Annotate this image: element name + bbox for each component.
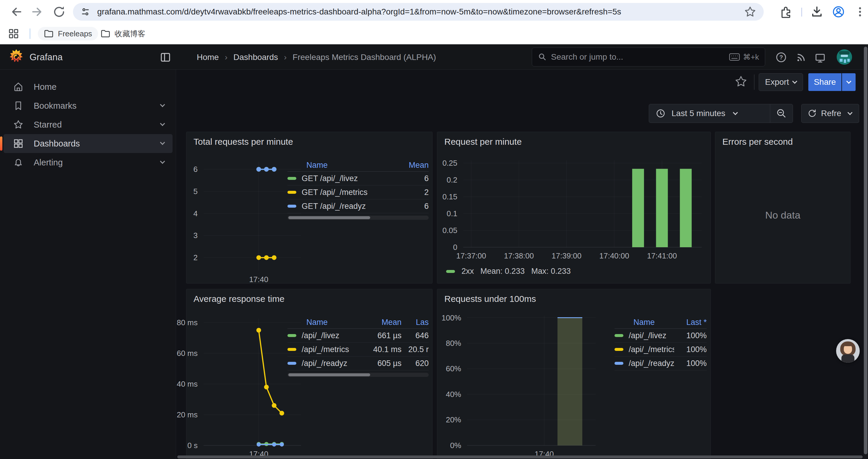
breadcrumb-current: Freeleaps Metrics Dashboard (ALPHA) <box>292 53 436 62</box>
legend-row[interactable]: /api/_/metrics 100% <box>615 342 707 357</box>
assistant-avatar-button[interactable] <box>836 339 860 363</box>
vertical-scrollbar <box>863 44 868 459</box>
series-color-pill <box>446 270 455 273</box>
share-button[interactable]: Share <box>808 73 841 91</box>
x-axis-tick: 17:40:00 <box>591 251 638 261</box>
time-range-picker[interactable]: Last 5 minutes <box>672 109 725 118</box>
legend-row[interactable]: /api/_/livez 100% <box>615 329 707 342</box>
legend-row[interactable]: /api/_/metrics 40.1 ms 20.5 r <box>287 342 429 357</box>
display-mode-icon[interactable] <box>814 52 826 64</box>
bookmark-folder-label: 收藏博客 <box>115 29 145 39</box>
time-range-group: Last 5 minutes <box>649 104 793 123</box>
legend-scrollbar[interactable] <box>287 216 429 220</box>
legend-header: Name Last * <box>615 316 707 329</box>
home-icon <box>13 81 24 92</box>
active-accent-bar <box>0 136 2 151</box>
export-label: Export <box>765 77 789 87</box>
news-rss-icon[interactable] <box>795 52 807 63</box>
avatar-body <box>841 355 855 363</box>
bell-icon <box>13 157 24 168</box>
legend-mean: Mean: 0.233 <box>480 267 525 276</box>
y-axis-tick: 100% <box>417 314 461 323</box>
series-color-pill <box>287 362 296 365</box>
favorite-dashboard-icon[interactable] <box>735 75 747 88</box>
browser-back-icon[interactable] <box>9 5 23 19</box>
mega-menu-sidebar: Home Bookmarks Starred Dashboards Alerti… <box>0 70 176 459</box>
extensions-icon[interactable] <box>778 5 793 19</box>
legend-table: Name Last * /api/_/livez 100% /api/_/met… <box>615 316 707 370</box>
average-response-time-chart[interactable]: 80 ms60 ms40 ms20 ms0 s17:40 <box>204 319 301 446</box>
sidebar-item-label: Dashboards <box>34 139 80 149</box>
total-requests-chart[interactable]: 6543217:40 <box>204 162 301 271</box>
user-avatar[interactable] <box>837 49 852 65</box>
browser-reload-icon[interactable] <box>52 5 66 19</box>
legend-row[interactable]: /api/_/readyz 100% <box>615 357 707 370</box>
grafana-logo[interactable] <box>8 48 25 66</box>
share-dropdown-button[interactable] <box>842 73 856 91</box>
sidebar-item-bookmarks[interactable]: Bookmarks <box>4 96 173 115</box>
apps-grid-icon[interactable] <box>8 28 19 39</box>
no-data-message: No data <box>715 209 850 221</box>
chevron-down-icon[interactable] <box>161 141 164 146</box>
url-text[interactable]: grafana.mathmast.com/d/deytv4rwavabkb/fr… <box>97 7 744 17</box>
panel-average-response-time: Average response time 80 ms60 ms40 ms20 … <box>186 289 433 459</box>
browser-menu-icon[interactable] <box>853 5 867 19</box>
sidebar-item-alerting[interactable]: Alerting <box>4 153 173 172</box>
bookmark-star-icon[interactable] <box>744 5 756 18</box>
browser-profile-icon[interactable] <box>831 5 845 19</box>
chevron-down-icon[interactable] <box>161 103 164 108</box>
export-button[interactable]: Export <box>759 73 803 91</box>
site-controls-icon[interactable] <box>80 6 91 17</box>
share-label: Share <box>814 77 836 87</box>
sidebar-item-dashboards[interactable]: Dashboards <box>4 134 173 153</box>
zoom-out-button[interactable] <box>770 104 793 123</box>
sidebar-item-starred[interactable]: Starred <box>4 115 173 134</box>
mega-menu-toggle-icon[interactable] <box>159 52 172 63</box>
legend-row[interactable]: /api/_/readyz 605 µs 620 <box>287 357 429 370</box>
y-axis-tick: 0 <box>413 243 457 252</box>
y-axis-tick: 4 <box>153 209 198 218</box>
bookmark-folder-blogs[interactable]: 收藏博客 <box>95 27 151 40</box>
breadcrumb-separator: › <box>284 53 286 62</box>
sidebar-item-label: Home <box>34 82 56 92</box>
browser-forward-icon[interactable] <box>30 5 44 19</box>
y-axis-tick: 80% <box>417 339 461 348</box>
legend-row[interactable]: GET /api/_/readyz 6 <box>287 199 429 213</box>
requests-under-100ms-chart[interactable]: 100%80%60%40%20%0%17:40 <box>467 316 596 446</box>
legend-row[interactable]: GET /api/_/livez 6 <box>287 172 429 186</box>
folder-icon <box>102 30 109 37</box>
horizontal-scrollbar-thumb[interactable] <box>177 455 863 458</box>
chevron-down-icon[interactable] <box>161 160 164 165</box>
chevron-down-icon <box>847 110 852 115</box>
legend[interactable]: 2xx Mean: 0.233 Max: 0.233 <box>446 267 571 276</box>
search-shortcut: ⌘+k <box>729 53 759 62</box>
legend-scrollbar[interactable] <box>287 373 429 377</box>
zoom-out-icon <box>776 108 787 119</box>
breadcrumb-home[interactable]: Home <box>197 53 219 62</box>
grafana-header: Grafana Home › Dashboards › Freeleaps Me… <box>0 44 868 70</box>
legend-header: Name Mean <box>287 159 429 172</box>
y-axis-tick: 40 ms <box>153 380 198 389</box>
refresh-icon <box>807 109 817 118</box>
breadcrumb-dashboards[interactable]: Dashboards <box>234 53 278 62</box>
refresh-interval-dropdown[interactable] <box>841 104 859 123</box>
vertical-scrollbar-thumb[interactable] <box>864 47 867 454</box>
series-color-pill <box>287 205 296 208</box>
panel-errors-per-second: Errors per second No data <box>715 132 850 284</box>
legend-row[interactable]: GET /api/_/metrics 2 <box>287 186 429 199</box>
downloads-icon[interactable] <box>810 5 824 19</box>
address-bar[interactable]: grafana.mathmast.com/d/deytv4rwavabkb/fr… <box>73 3 764 21</box>
sidebar-item-home[interactable]: Home <box>4 77 173 96</box>
chevron-down-icon[interactable] <box>161 122 164 127</box>
y-axis-tick: 2 <box>153 253 198 262</box>
help-icon[interactable]: ? <box>775 52 787 63</box>
x-axis-tick: 17:38:00 <box>495 251 542 261</box>
bookmark-folder-freeleaps[interactable]: Freeleaps <box>38 27 98 40</box>
request-per-minute-chart[interactable]: 0.250.20.150.10.05017:37:0017:38:0017:39… <box>463 160 702 247</box>
legend-row[interactable]: /api/_/livez 661 µs 646 <box>287 329 429 342</box>
search-input[interactable]: Search or jump to... ⌘+k <box>532 47 765 66</box>
bookmarks-divider <box>30 28 30 39</box>
toolbar-divider <box>754 74 754 90</box>
x-axis-tick: 17:41:00 <box>639 251 686 261</box>
y-axis-tick: 40% <box>417 390 461 399</box>
